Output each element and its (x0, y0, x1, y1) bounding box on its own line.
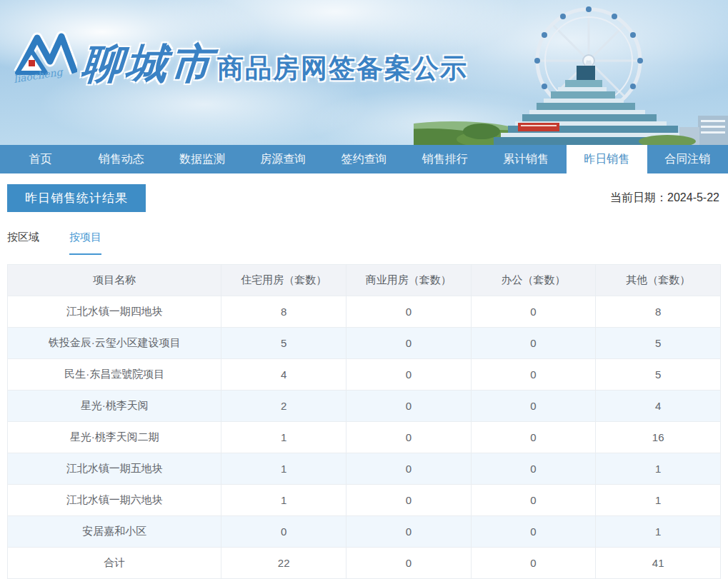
nav-item-4[interactable]: 房源查询 (243, 145, 324, 173)
project-name-cell: 合计 (8, 548, 221, 579)
commercial-count-cell: 0 (346, 453, 472, 485)
other-count-cell: 16 (596, 422, 721, 453)
table-header-row: 项目名称住宅用房（套数）商业用房（套数）办公（套数）其他（套数） (8, 265, 721, 296)
table-row-7: 江北水镇一期六地块1001 (8, 485, 721, 516)
other-count-cell: 5 (596, 359, 721, 391)
residential-count-cell: 1 (221, 422, 346, 453)
residential-count-cell: 5 (221, 328, 346, 359)
table-row-6: 江北水镇一期五地块1001 (8, 453, 721, 485)
nav-item-9[interactable]: 合同注销 (647, 145, 728, 173)
commercial-count-cell: 0 (346, 516, 472, 548)
column-header-5: 其他（套数） (596, 265, 721, 296)
residential-count-cell: 1 (221, 453, 346, 485)
project-name-cell: 安居嘉和小区 (8, 516, 221, 548)
residential-count-cell: 22 (221, 548, 346, 579)
column-header-2: 住宅用房（套数） (221, 265, 346, 296)
current-date-value: 2024-5-22 (667, 191, 719, 203)
table-row-4: 星光·桃李天阅2004 (8, 391, 721, 422)
office-count-cell: 0 (471, 391, 596, 422)
commercial-count-cell: 0 (346, 328, 472, 359)
total-row: 合计220041 (8, 548, 721, 579)
site-banner: liaocheng 聊城市 商品房网签备案公示 (0, 0, 728, 145)
page: liaocheng 聊城市 商品房网签备案公示 (0, 0, 728, 579)
nav-item-5[interactable]: 签约查询 (324, 145, 404, 173)
brand: liaocheng 聊城市 商品房网签备案公示 (11, 29, 468, 87)
residential-count-cell: 4 (221, 359, 346, 391)
other-count-cell: 1 (596, 516, 721, 548)
office-count-cell: 0 (471, 328, 596, 359)
office-count-cell: 0 (471, 453, 596, 485)
commercial-count-cell: 0 (346, 485, 472, 516)
table-row-1: 江北水镇一期四地块8008 (8, 296, 721, 328)
nav-item-6[interactable]: 销售排行 (404, 145, 485, 173)
liaocheng-logo-icon: liaocheng (11, 29, 77, 87)
column-header-3: 商业用房（套数） (346, 265, 472, 296)
other-count-cell: 5 (596, 328, 721, 359)
table-row-3: 民生·东昌壹號院项目4005 (8, 359, 721, 391)
page-title: 昨日销售统计结果 (7, 184, 146, 212)
office-count-cell: 0 (471, 422, 596, 453)
project-name-cell: 江北水镇一期六地块 (8, 485, 221, 516)
column-header-1: 项目名称 (8, 265, 221, 296)
sales-stats-table: 项目名称住宅用房（套数）商业用房（套数）办公（套数）其他（套数） 江北水镇一期四… (7, 264, 721, 579)
residential-count-cell: 8 (221, 296, 346, 328)
column-header-4: 办公（套数） (471, 265, 596, 296)
project-name-cell: 民生·东昌壹號院项目 (8, 359, 221, 391)
other-count-cell: 1 (596, 453, 721, 485)
other-count-cell: 1 (596, 485, 721, 516)
commercial-count-cell: 0 (346, 422, 472, 453)
project-name-cell: 铁投金辰·云玺小区建设项目 (8, 328, 221, 359)
main-nav: 首页销售动态数据监测房源查询签约查询销售排行累计销售昨日销售合同注销 (0, 145, 728, 173)
office-count-cell: 0 (471, 359, 596, 391)
project-name-cell: 江北水镇一期五地块 (8, 453, 221, 485)
nav-item-7[interactable]: 累计销售 (485, 145, 566, 173)
nav-item-1[interactable]: 首页 (0, 145, 81, 173)
residential-count-cell: 2 (221, 391, 346, 422)
office-count-cell: 0 (471, 548, 596, 579)
nav-item-3[interactable]: 数据监测 (161, 145, 242, 173)
filter-tab-1[interactable]: 按区域 (7, 231, 39, 255)
nav-item-2[interactable]: 销售动态 (81, 145, 161, 173)
nav-item-8[interactable]: 昨日销售 (567, 145, 647, 173)
content: 昨日销售统计结果 当前日期：2024-5-22 按区域按项目 项目名称住宅用房（… (0, 173, 728, 579)
residential-count-cell: 1 (221, 485, 346, 516)
other-count-cell: 8 (596, 296, 721, 328)
commercial-count-cell: 0 (346, 296, 472, 328)
current-date-label: 当前日期： (610, 191, 667, 203)
filter-tabs: 按区域按项目 (7, 231, 728, 255)
office-count-cell: 0 (471, 516, 596, 548)
office-count-cell: 0 (471, 296, 596, 328)
table-row-8: 安居嘉和小区0001 (8, 516, 721, 548)
commercial-count-cell: 0 (346, 391, 472, 422)
residential-count-cell: 0 (221, 516, 346, 548)
table-row-5: 星光·桃李天阅二期10016 (8, 422, 721, 453)
banner-photo-ferris-wheel (414, 0, 728, 145)
commercial-count-cell: 0 (346, 548, 472, 579)
city-name: 聊城市 (80, 43, 216, 87)
other-count-cell: 41 (596, 548, 721, 579)
current-date: 当前日期：2024-5-22 (610, 191, 719, 206)
filter-tab-2[interactable]: 按项目 (69, 231, 101, 255)
project-name-cell: 星光·桃李天阅 (8, 391, 221, 422)
project-name-cell: 星光·桃李天阅二期 (8, 422, 221, 453)
other-count-cell: 4 (596, 391, 721, 422)
commercial-count-cell: 0 (346, 359, 472, 391)
office-count-cell: 0 (471, 485, 596, 516)
project-name-cell: 江北水镇一期四地块 (8, 296, 221, 328)
table-row-2: 铁投金辰·云玺小区建设项目5005 (8, 328, 721, 359)
